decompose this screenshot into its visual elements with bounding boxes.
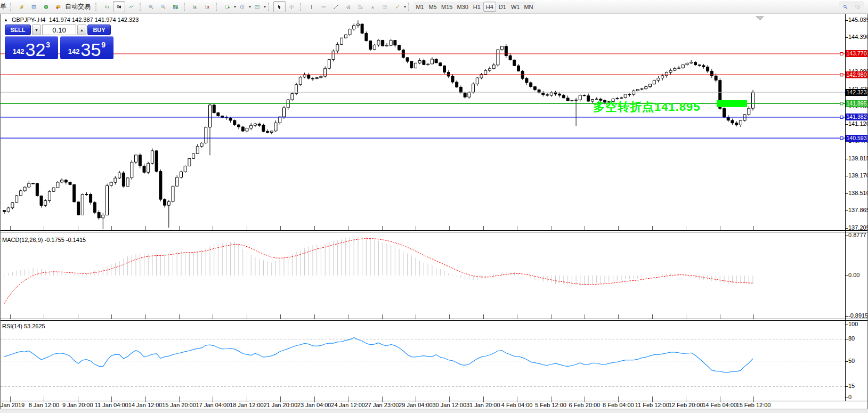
time-tick-label: 8 Jan 12:00	[29, 402, 60, 408]
zoom-in-button[interactable]	[145, 1, 157, 12]
sell-price-main: 32	[26, 42, 46, 58]
navigator-icon-glyph	[44, 3, 48, 11]
bar-chart-button[interactable]	[101, 1, 113, 12]
zoom-out-button[interactable]	[157, 1, 169, 12]
sell-button[interactable]: SELL	[5, 25, 31, 35]
toolbar-grip[interactable]	[140, 3, 143, 11]
tile-windows-button[interactable]	[169, 1, 182, 12]
market-watch-icon[interactable]	[15, 1, 28, 12]
toolbar-grip[interactable]	[268, 3, 272, 11]
horizontal-line-button[interactable]	[318, 1, 330, 12]
macd-indicator-label: MACD(12,26,9) -0.1755 -0.1415	[2, 237, 86, 243]
auto-trading-label[interactable]: 自动交易	[65, 2, 91, 11]
chat-icon[interactable]	[851, 1, 864, 12]
text-label-glyph: T	[383, 3, 387, 11]
zoom-in-glyph	[149, 3, 153, 11]
timeframe-m30-button[interactable]: M30	[455, 2, 470, 12]
price-level-label[interactable]: 143.770	[846, 50, 867, 57]
volume-step-down-button[interactable]: ▼	[32, 25, 41, 35]
time-tick-label: 18 Jan 12:00	[230, 402, 264, 408]
line-chart-button[interactable]	[125, 1, 137, 12]
toolbar-grip[interactable]	[10, 3, 14, 11]
toolbar-grip[interactable]	[216, 3, 220, 11]
time-tick-label: 9 Jan 20:00	[62, 402, 93, 408]
time-tick-label: 6 Feb 20:00	[569, 402, 601, 408]
horizontal-line-glyph	[321, 3, 326, 11]
horizontal-level-lines[interactable]	[1, 53, 845, 140]
timeframe-m5-button[interactable]: M5	[426, 2, 439, 12]
sell-price-prefix: 142	[13, 47, 25, 55]
cursor-glyph	[277, 3, 282, 11]
timeframe-w1-button[interactable]: W1	[509, 2, 522, 12]
sell-price-panel[interactable]: 142323	[5, 36, 58, 59]
fibonacci-button[interactable]: F	[354, 1, 367, 12]
price-tick-label: 139.815	[848, 155, 868, 161]
candlesticks	[3, 20, 755, 229]
auto-trading-button[interactable]	[52, 1, 64, 12]
chart-shift-button[interactable]	[201, 1, 214, 12]
time-tick-label: 15 Jan 20:00	[162, 402, 196, 408]
vertical-line-button[interactable]	[305, 1, 318, 12]
toolbar-grip[interactable]	[95, 3, 99, 11]
price-level-label[interactable]: 142.323	[846, 89, 867, 96]
volume-input[interactable]	[42, 25, 76, 35]
chevron-down-icon[interactable]: ▾	[404, 4, 406, 9]
candlestick-chart-button[interactable]	[113, 1, 125, 12]
search-icon[interactable]	[839, 1, 851, 12]
auto-trading-glyph	[56, 3, 61, 11]
rsi-tick-label: 80	[848, 335, 855, 342]
channel-button[interactable]: E	[342, 1, 354, 12]
text-button[interactable]: A	[367, 1, 379, 12]
svg-text:E: E	[349, 7, 351, 10]
zoom-out-glyph	[161, 3, 166, 11]
timeframe-h1-button[interactable]: H1	[470, 2, 483, 12]
new-order-clipped-button[interactable]: 单	[0, 2, 8, 11]
rsi-tick-label: 50	[848, 358, 855, 364]
price-level-label[interactable]: 142.980	[846, 71, 867, 78]
buy-price-panel[interactable]: 142359	[60, 36, 113, 59]
buy-price-prefix: 142	[68, 47, 80, 55]
timeframe-m1-button[interactable]: M1	[413, 2, 426, 12]
time-tick-label: 14 Feb 04:00	[702, 402, 737, 408]
trendline-button[interactable]	[330, 1, 342, 12]
time-tick-label: 30 Jan 12:00	[433, 402, 467, 408]
timeframe-h4-button[interactable]: H4	[483, 2, 496, 12]
price-level-label[interactable]: 140.593	[846, 135, 867, 142]
new-order-glyph	[225, 3, 230, 11]
text-label-button[interactable]: T	[379, 1, 391, 12]
svg-text:A: A	[371, 5, 374, 9]
timeframe-mn-button[interactable]: MN	[522, 2, 535, 12]
rsi-tick-label: 0	[848, 394, 851, 400]
bar-chart-glyph	[104, 3, 109, 11]
arrows-button[interactable]	[391, 1, 403, 12]
template-button[interactable]	[251, 1, 263, 12]
data-window-icon[interactable]	[28, 1, 40, 12]
toolbar-grip[interactable]	[184, 3, 188, 11]
new-order-button[interactable]	[221, 1, 233, 12]
arrows-glyph	[395, 3, 400, 11]
time-tick-label: 11 Jan 04:00	[95, 402, 128, 408]
price-level-label[interactable]: 141.382	[846, 114, 867, 120]
chart-canvas[interactable]	[1, 14, 867, 408]
timeframe-m15-button[interactable]: M15	[439, 2, 455, 12]
time-tick-label: 21 Jan 20:00	[263, 402, 297, 408]
chart-shift-marker-icon[interactable]	[756, 17, 764, 20]
toolbar-grip[interactable]	[408, 3, 412, 11]
mt4-terminal: { "toolbar": { "clipped_button_text": "单…	[0, 0, 868, 413]
period-button[interactable]	[236, 1, 248, 12]
time-tick-label: 14 Jan 12:00	[128, 402, 163, 408]
navigator-icon[interactable]	[40, 1, 52, 12]
collapse-triangle-icon[interactable]: ▲	[4, 18, 8, 22]
price-level-label[interactable]: 141.895	[846, 100, 867, 107]
toolbar-grip[interactable]	[300, 3, 304, 11]
cursor-button[interactable]	[273, 1, 286, 12]
auto-scroll-button[interactable]	[189, 1, 201, 12]
crosshair-button[interactable]	[286, 1, 298, 12]
fibonacci-glyph: F	[358, 3, 363, 11]
timeframe-d1-button[interactable]: D1	[496, 2, 509, 12]
chevron-down-icon[interactable]: ▾	[264, 4, 266, 9]
buy-button[interactable]: BUY	[87, 25, 111, 35]
volume-step-up-button[interactable]: ▲	[77, 25, 86, 35]
highlight-rectangle[interactable]	[717, 100, 747, 107]
rsi-indicator	[1, 338, 845, 387]
